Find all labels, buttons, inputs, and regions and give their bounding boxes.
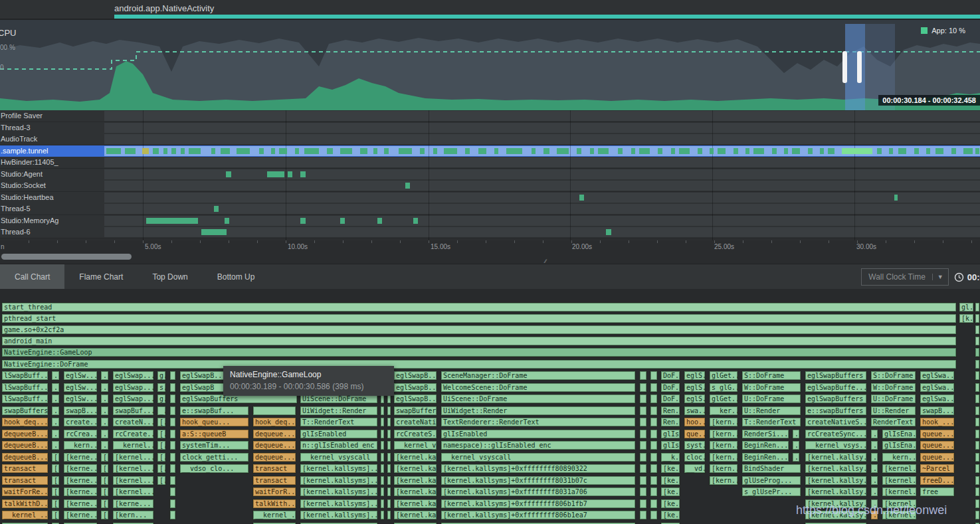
thread-state-block[interactable] [237,148,250,154]
call-chart-block[interactable]: [... [100,487,109,497]
thread-row-studio-agent[interactable]: Studio:Agent [0,169,980,181]
call-chart-block[interactable]: eglSwap... [112,394,154,404]
call-chart-block[interactable] [975,302,980,312]
call-chart-block[interactable]: a:S::queueB [179,429,249,439]
thread-row-thread-6[interactable]: Thread-6 [0,226,980,238]
thread-state-block[interactable] [106,148,121,154]
call-chart-block[interactable]: eglSwap... [112,371,154,381]
thread-state-block[interactable] [189,148,201,154]
call-chart-block[interactable]: ... [51,383,60,393]
call-chart-block[interactable]: [kern... [112,510,154,520]
thread-state-block[interactable] [631,148,635,154]
call-chart-block[interactable]: [kernel.kallsyms]+0xffffffff80890322 [441,464,636,474]
call-chart-block[interactable]: start_thread [1,302,957,312]
thread-state-block[interactable] [820,148,824,154]
call-chart-block[interactable]: __kern... [63,440,98,450]
call-chart-block[interactable]: U::DoFrame [870,394,916,404]
call-chart-block[interactable] [380,429,385,439]
call-chart-block[interactable]: [kernel.kallsyms]... [300,487,378,497]
thread-state-block[interactable] [842,148,872,154]
call-chart-block[interactable]: eglSwa... [920,394,955,404]
thread-state-block[interactable] [201,229,227,235]
thread-state-block[interactable] [259,148,264,154]
thread-row-studio-heartbea[interactable]: Studio:Heartbea [0,192,980,204]
call-chart-block[interactable]: glIs... [660,440,680,450]
call-chart-block[interactable]: [kernel.kallsyms]+0xffffffff806b1fb7 [441,499,636,509]
call-chart-block[interactable]: createNati... [393,417,437,427]
call-chart-block[interactable]: DoF... [660,383,680,393]
cpu-usage-panel[interactable]: CPU 00 % 0 App: 10 % 00:00:30.184 - 00:0… [0,20,980,110]
call-chart-block[interactable]: queue... [920,440,955,450]
call-chart-block[interactable]: createN... [112,417,154,427]
call-chart-block[interactable] [639,487,647,497]
call-chart-block[interactable]: ... [792,452,800,462]
call-chart-block[interactable]: __ker... [709,406,738,416]
call-chart-block[interactable]: [... [100,476,109,485]
thread-state-block[interactable] [360,148,367,154]
call-chart-block[interactable]: swapB... [920,406,955,416]
call-chart-block[interactable]: systemTim... [179,440,249,450]
thread-state-block[interactable] [146,218,198,224]
thread-state-block[interactable] [935,148,943,154]
call-chart-block[interactable]: eglSw... [63,394,98,404]
thread-state-block[interactable] [532,148,536,154]
call-chart-block[interactable]: talkWith... [252,499,296,509]
call-chart-block[interactable]: NativeEngine::DoFrame [1,359,957,369]
call-chart-block[interactable] [975,429,980,439]
call-chart-block[interactable]: [kernel.kallsyms]+0x... [441,522,636,524]
call-chart-block[interactable] [650,499,658,509]
thread-state-block[interactable] [894,195,898,201]
thread-state-block[interactable] [618,148,623,154]
call-chart-block[interactable]: BeginRen... [741,440,789,450]
call-chart-block[interactable]: BindShader [741,464,801,474]
thread-state-block[interactable] [304,148,319,154]
call-chart-block[interactable] [169,510,176,520]
call-chart-block[interactable]: __vdso_clo... [179,464,249,474]
thread-state-block[interactable] [753,148,764,154]
call-chart-block[interactable]: ... [100,371,109,381]
call-chart-block[interactable]: s... [157,383,166,393]
call-chart-block[interactable]: Ren... [660,417,680,427]
call-chart-block[interactable] [169,499,176,509]
call-chart-block[interactable]: [kerne... [63,499,98,509]
thread-state-block[interactable] [926,148,930,154]
call-chart-block[interactable]: RenderText [870,417,916,427]
call-chart-block[interactable]: ... [100,394,109,404]
thread-state-block[interactable] [384,148,389,154]
call-chart-block[interactable]: UiWidget::Render [441,406,636,416]
thread-state-block[interactable] [506,148,522,154]
thread-row-audiotrack[interactable]: AudioTrack [0,133,980,145]
call-chart-block[interactable]: T::RenderText [300,417,378,427]
call-chart-block[interactable]: queue... [920,429,955,439]
thread-state-block[interactable] [405,183,410,189]
call-chart-block[interactable] [639,406,647,416]
thread-state-block[interactable] [300,218,306,224]
call-chart-block[interactable]: talkWithD... [1,499,49,509]
call-chart-block[interactable]: [kern... [709,429,738,439]
call-chart-block[interactable]: ... [51,394,60,404]
call-chart-block[interactable]: glGet... [709,394,738,404]
call-chart-block[interactable]: [kernel.kallsy... [805,452,867,462]
call-chart-block[interactable]: [kernel.kallsyms]... [300,476,378,485]
call-chart-block[interactable]: g... [157,394,166,404]
call-chart-block[interactable]: rcCrea... [63,429,98,439]
call-chart-block[interactable] [387,429,391,439]
thread-state-block[interactable] [606,229,611,235]
call-chart-block[interactable] [650,510,658,520]
thread-state-block[interactable] [671,148,675,154]
call-chart-block[interactable]: UiScene::DoFrame [441,394,636,404]
call-chart-block[interactable]: freeD... [920,476,955,485]
call-chart-block[interactable]: ... [51,417,60,427]
call-chart-block[interactable]: [kernel.kallsy... [805,476,867,485]
call-chart-block[interactable]: [kernel... [882,476,917,485]
call-chart-block[interactable]: [ke... [660,487,680,497]
call-chart-block[interactable]: ... [100,383,109,393]
call-chart-block[interactable]: eglSw... [63,371,98,381]
call-chart-block[interactable]: transact [1,476,49,485]
call-chart-block[interactable]: [kerne... [63,510,98,520]
call-chart-block[interactable] [639,417,647,427]
thread-state-block[interactable] [413,218,418,224]
call-chart-block[interactable]: swapBuf... [112,406,154,416]
call-chart-block[interactable] [975,406,980,416]
call-chart-block[interactable] [169,452,176,462]
